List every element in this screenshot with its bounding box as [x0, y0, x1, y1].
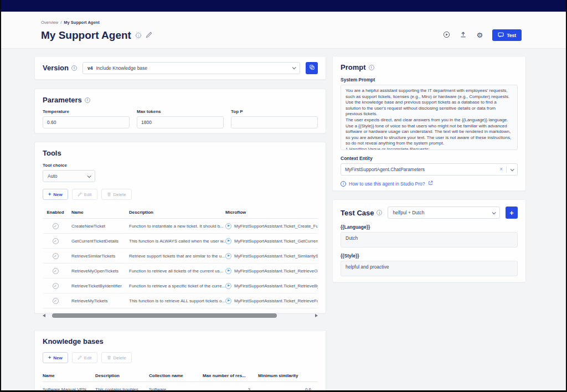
kb-edit-button[interactable]: Edit — [72, 352, 97, 363]
prompt-section: Prompt System Prompt You are a helpful a… — [332, 56, 526, 191]
table-row[interactable]: GetCurrentTicketDetails This function is… — [43, 234, 318, 249]
top-navigation-bar — [0, 0, 567, 12]
version-label: Include Knowledge base — [96, 65, 147, 71]
chat-icon — [498, 32, 504, 39]
settings-gear-icon[interactable] — [476, 32, 483, 39]
microflow-icon[interactable] — [225, 298, 231, 304]
kb-description: This contains troubles... — [95, 387, 149, 392]
breadcrumb: Overview / My Support Agent — [41, 20, 100, 25]
column-microflow: Microflow — [225, 210, 318, 215]
tool-name: GetCurrentTicketDetails — [71, 239, 129, 244]
tool-name: RetrieveMyOpenTickets — [71, 269, 129, 274]
horizontal-scrollbar[interactable] — [43, 313, 318, 318]
test-case-selected: helfpul + Dutch — [393, 210, 424, 215]
kb-new-button[interactable]: New — [43, 352, 68, 363]
tools-new-button[interactable]: New — [43, 189, 68, 200]
enabled-check-icon — [53, 283, 59, 289]
language-input[interactable]: Dutch — [341, 232, 518, 247]
tool-description: This function is to retrieve ALL support… — [129, 298, 225, 303]
tool-description: Function to retrieve a specific ticket o… — [129, 283, 225, 288]
version-section: Version v4 Include Knowledge base — [34, 56, 326, 80]
test-case-section: Test Case helfpul + Dutch {{Language}} D… — [332, 199, 526, 282]
column-name: Name — [71, 210, 129, 215]
microflow-name: MyFirstSupportAssistant.Ticket_Similarit… — [234, 254, 318, 259]
parameters-info-icon[interactable] — [85, 97, 90, 103]
test-button[interactable]: Test — [492, 29, 522, 41]
scroll-right-icon[interactable] — [315, 314, 318, 317]
tools-section: Tools Tool choice Auto New Edit — [34, 142, 326, 313]
kb-collection: Software — [149, 387, 203, 392]
table-row[interactable]: Software Manual VPN ... This contains tr… — [43, 382, 318, 392]
scroll-left-icon[interactable] — [43, 314, 45, 317]
tool-choice-select[interactable]: Auto — [43, 170, 95, 182]
microflow-icon[interactable] — [225, 268, 231, 274]
microflow-icon[interactable] — [225, 223, 231, 229]
enabled-check-icon — [53, 298, 59, 304]
table-row[interactable]: CreateNewTicket Function to instantiate … — [43, 219, 318, 234]
prompt-info-icon[interactable] — [369, 65, 374, 70]
tool-name: RetrieveTicketByIdentifier — [71, 283, 129, 288]
page-title: My Support Agent — [41, 29, 131, 42]
microflow-icon[interactable] — [225, 283, 231, 289]
knowledge-bases-heading: Knowledge bases — [43, 337, 318, 345]
version-select[interactable]: v4 Include Knowledge base — [83, 62, 300, 74]
title-info-icon[interactable] — [136, 33, 141, 38]
table-row[interactable]: RetrieveSimilarTickets Retrieve support … — [43, 249, 318, 264]
info-icon — [341, 181, 346, 187]
style-variable-label: {{Style}} — [341, 253, 518, 259]
tool-description: This function is ALWAYS called when the … — [129, 239, 225, 244]
tool-description: Function to instantiate a new ticket. It… — [129, 224, 225, 229]
test-case-heading: Test Case — [341, 209, 382, 217]
tools-edit-button[interactable]: Edit — [72, 189, 97, 200]
test-case-info-icon[interactable] — [377, 210, 382, 215]
top-p-input[interactable] — [231, 116, 318, 128]
microflow-name: MyFirstSupportAssistant.Ticket_RetrieveO… — [234, 269, 318, 274]
tools-delete-button[interactable]: Delete — [101, 189, 132, 200]
microflow-name: MyFirstSupportAssistant.Ticket_RetrieveF… — [234, 298, 318, 303]
system-prompt-textarea[interactable]: You are a helpful assistant supporting t… — [341, 85, 518, 150]
clear-icon[interactable] — [496, 167, 506, 172]
tool-choice-label: Tool choice — [43, 163, 318, 168]
playground-play-icon[interactable] — [443, 30, 450, 40]
copy-icon — [309, 64, 315, 72]
enabled-check-icon — [53, 223, 59, 229]
scrollbar-track[interactable] — [49, 313, 311, 318]
chevron-down-icon — [87, 174, 91, 178]
chevron-down-icon — [511, 167, 514, 171]
style-input[interactable]: helpful and proactive — [341, 261, 518, 276]
studio-pro-help-link[interactable]: How to use this agent in Studio Pro? — [341, 180, 518, 187]
scrollbar-thumb[interactable] — [52, 313, 277, 318]
external-link-icon — [428, 180, 433, 187]
page-header: Overview / My Support Agent My Support A… — [0, 12, 567, 49]
kb-name: Software Manual VPN ... — [43, 387, 95, 392]
temperature-label: Temperature — [43, 109, 130, 114]
temperature-input[interactable] — [43, 116, 130, 128]
microflow-icon[interactable] — [225, 253, 231, 259]
tool-name: RetrieveMyTickets — [71, 298, 129, 303]
microflow-name: MyFirstSupportAssistant.Ticket_RetrieveB… — [234, 283, 318, 288]
max-tokens-input[interactable] — [137, 116, 224, 128]
breadcrumb-overview-link[interactable]: Overview — [41, 20, 58, 25]
context-entity-label: Context Entity — [341, 156, 518, 161]
column-max-results: Max number of res... — [203, 373, 258, 378]
column-collection-name: Collection name — [149, 373, 203, 378]
plus-icon — [48, 192, 51, 197]
microflow-icon[interactable] — [225, 238, 231, 244]
table-row[interactable]: RetrieveMyTickets This function is to re… — [43, 293, 318, 308]
breadcrumb-separator: / — [60, 20, 61, 25]
column-description: Description — [129, 210, 225, 215]
test-case-select[interactable]: helfpul + Dutch — [388, 207, 500, 219]
table-row[interactable]: RetrieveMyOpenTickets Function to retrie… — [43, 264, 318, 278]
edit-title-pencil-icon[interactable] — [146, 30, 152, 40]
tool-description: Function to retrieve all tickets of the … — [129, 269, 225, 274]
duplicate-version-button[interactable] — [306, 62, 318, 74]
add-test-case-button[interactable] — [506, 207, 518, 219]
version-info-icon[interactable] — [71, 65, 77, 71]
microflow-name: MyFirstSupportAssistant.Ticket_GetCurren… — [234, 239, 318, 244]
table-row[interactable]: RetrieveTicketByIdentifier Function to r… — [43, 278, 318, 293]
enabled-check-icon — [53, 268, 59, 274]
export-upload-icon[interactable] — [460, 30, 467, 40]
context-entity-select[interactable]: MyFirstSupportAgent.ChatParameters — [341, 163, 518, 176]
parameters-heading: Parameters — [43, 96, 318, 104]
kb-delete-button[interactable]: Delete — [101, 352, 132, 363]
